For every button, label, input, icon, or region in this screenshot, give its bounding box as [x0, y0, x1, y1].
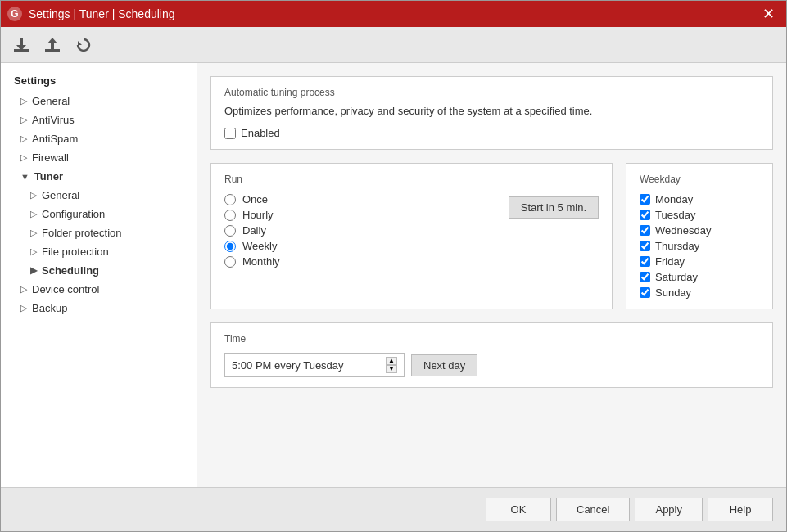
arrow-icon: ▷	[20, 96, 27, 106]
download-icon[interactable]	[9, 34, 34, 56]
sidebar-item-general[interactable]: ▷ General	[1, 92, 197, 110]
run-once-radio[interactable]	[224, 194, 236, 205]
sidebar-item-tuner-scheduling[interactable]: ▶ Scheduling	[1, 261, 197, 280]
sidebar-item-tuner[interactable]: ▼ Tuner	[1, 167, 197, 186]
toolbar	[1, 27, 786, 63]
automatic-tuning-panel: Automatic tuning process Optimizes perfo…	[210, 76, 773, 150]
run-hourly-label: Hourly	[242, 209, 274, 221]
arrow-icon: ▷	[20, 303, 27, 313]
sunday-checkbox[interactable]	[640, 287, 650, 298]
enabled-checkbox[interactable]	[224, 128, 236, 139]
arrow-icon: ▷	[20, 133, 27, 144]
weekday-friday: Friday	[640, 255, 759, 268]
svg-text:G: G	[11, 8, 18, 20]
weekday-panel-title: Weekday	[640, 174, 759, 185]
weekday-wednesday: Wednesday	[640, 224, 759, 237]
run-monthly-radio[interactable]	[224, 256, 236, 268]
run-hourly-radio[interactable]	[224, 210, 236, 221]
arrow-icon: ▷	[30, 228, 37, 238]
thursday-checkbox[interactable]	[640, 241, 650, 251]
run-radio-group: Once Hourly Daily	[224, 193, 280, 268]
arrow-icon: ▷	[30, 209, 37, 219]
sidebar-item-firewall[interactable]: ▷ Firewall	[1, 148, 197, 167]
sidebar-item-backup[interactable]: ▷ Backup	[1, 299, 197, 318]
run-weekly-row: Weekly	[224, 240, 280, 252]
sidebar-item-device-control[interactable]: ▷ Device control	[1, 280, 197, 299]
weekday-thursday: Thursday	[640, 240, 759, 252]
svg-marker-8	[78, 41, 82, 45]
help-button[interactable]: Help	[708, 498, 773, 521]
weekday-panel: Weekday Monday Tuesday Wednesday	[626, 163, 773, 309]
sidebar-item-tuner-folder[interactable]: ▷ Folder protection	[1, 223, 197, 242]
wednesday-label: Wednesday	[655, 224, 711, 237]
weekday-tuesday: Tuesday	[640, 209, 759, 221]
ok-button[interactable]: OK	[486, 498, 551, 521]
footer: OK Cancel Apply Help	[1, 487, 786, 531]
sidebar-item-antispam[interactable]: ▷ AntiSpam	[1, 129, 197, 148]
friday-checkbox[interactable]	[640, 256, 650, 267]
weekday-sunday: Sunday	[640, 286, 759, 299]
run-daily-label: Daily	[242, 224, 266, 237]
sidebar-item-antivirus[interactable]: ▷ AntiVirus	[1, 110, 197, 129]
run-hourly-row: Hourly	[224, 209, 280, 221]
automatic-tuning-title: Automatic tuning process	[224, 87, 759, 98]
upload-icon[interactable]	[40, 34, 65, 56]
tuesday-checkbox[interactable]	[640, 210, 650, 220]
saturday-label: Saturday	[655, 271, 698, 283]
svg-rect-3	[20, 38, 23, 46]
content-area: Automatic tuning process Optimizes perfo…	[197, 63, 786, 487]
arrow-icon: ▶	[30, 265, 37, 276]
weekday-monday: Monday	[640, 193, 759, 205]
time-spinner: ▲ ▼	[386, 357, 397, 373]
run-daily-radio[interactable]	[224, 225, 236, 237]
next-day-button[interactable]: Next day	[411, 354, 477, 376]
enabled-label: Enabled	[241, 127, 280, 139]
monday-label: Monday	[655, 193, 693, 205]
wednesday-checkbox[interactable]	[640, 225, 650, 236]
friday-label: Friday	[655, 255, 685, 268]
weekday-saturday: Saturday	[640, 271, 759, 283]
svg-rect-5	[45, 49, 60, 52]
run-once-row: Once	[224, 193, 280, 205]
sidebar-item-tuner-configuration[interactable]: ▷ Configuration	[1, 205, 197, 223]
close-button[interactable]: ✕	[758, 3, 780, 25]
automatic-tuning-desc: Optimizes performance, privacy and secur…	[224, 105, 759, 117]
weekday-list: Monday Tuesday Wednesday Thursday	[640, 193, 759, 299]
sidebar-item-tuner-file[interactable]: ▷ File protection	[1, 242, 197, 261]
arrow-icon: ▷	[20, 152, 27, 163]
arrow-icon: ▷	[30, 246, 37, 257]
cancel-button[interactable]: Cancel	[556, 498, 630, 521]
time-panel: Time 5:00 PM every Tuesday ▲ ▼ Next day	[210, 322, 773, 388]
apply-button[interactable]: Apply	[635, 498, 703, 521]
run-monthly-row: Monthly	[224, 255, 280, 268]
run-inner: Once Hourly Daily	[224, 193, 599, 268]
run-panel: Run Once Hourly	[210, 163, 613, 309]
title-bar: G Settings | Tuner | Scheduling ✕	[1, 1, 786, 27]
app-logo: G	[7, 7, 22, 21]
run-weekly-radio[interactable]	[224, 241, 236, 252]
sidebar: Settings ▷ General ▷ AntiVirus ▷ AntiSpa…	[1, 63, 197, 487]
thursday-label: Thursday	[655, 240, 699, 252]
run-panel-title: Run	[224, 174, 599, 185]
sunday-label: Sunday	[655, 286, 691, 299]
arrow-icon: ▷	[30, 190, 37, 201]
run-daily-row: Daily	[224, 224, 280, 237]
arrow-icon: ▷	[20, 284, 27, 295]
time-row: 5:00 PM every Tuesday ▲ ▼ Next day	[224, 353, 759, 377]
monday-checkbox[interactable]	[640, 194, 650, 205]
run-once-label: Once	[242, 193, 268, 205]
sidebar-item-tuner-general[interactable]: ▷ General	[1, 186, 197, 205]
run-weekly-label: Weekly	[242, 240, 277, 252]
time-panel-title: Time	[224, 333, 759, 345]
time-select-box[interactable]: 5:00 PM every Tuesday ▲ ▼	[224, 353, 405, 377]
time-down-button[interactable]: ▼	[386, 365, 397, 373]
time-value: 5:00 PM every Tuesday	[232, 359, 344, 372]
run-weekday-row: Run Once Hourly	[210, 163, 773, 309]
start-in-5-button[interactable]: Start in 5 min.	[509, 196, 599, 219]
saturday-checkbox[interactable]	[640, 272, 650, 282]
svg-marker-7	[47, 38, 57, 43]
refresh-icon[interactable]	[71, 34, 96, 56]
main-content: Settings ▷ General ▷ AntiVirus ▷ AntiSpa…	[1, 63, 786, 487]
sidebar-section-title: Settings	[1, 70, 197, 92]
time-up-button[interactable]: ▲	[386, 357, 397, 365]
